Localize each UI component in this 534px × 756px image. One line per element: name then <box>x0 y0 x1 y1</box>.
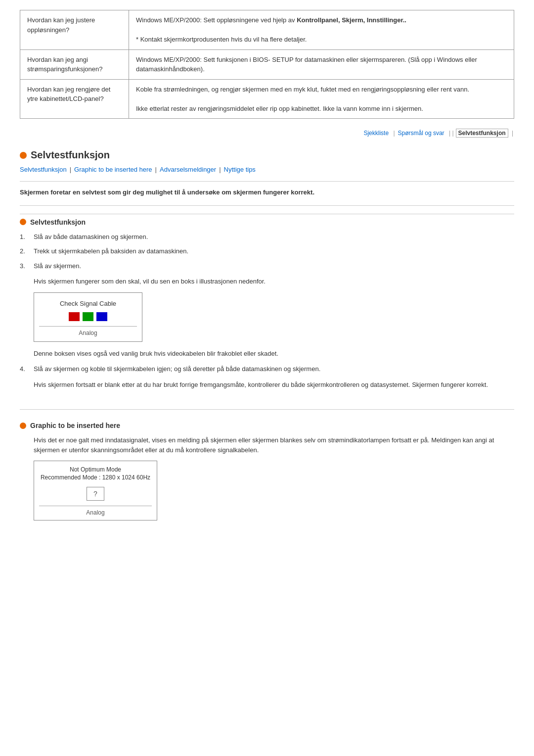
breadcrumb-separator-3: | <box>219 166 221 173</box>
optimum-box: Not Optimum Mode Recommended Mode : 1280… <box>34 461 157 520</box>
main-section-title: Selvtestfunksjon <box>31 149 110 161</box>
step-3: 3. Slå av skjermen. <box>20 261 514 271</box>
nav-selvtest-active: Selvtestfunksjon <box>456 129 508 138</box>
steps-list: 1. Slå av både datamaskinen og skjermen.… <box>20 232 514 271</box>
after-steps-text: Hvis skjermen fungerer som den skal, vil… <box>34 277 514 286</box>
after-box-text: Denne boksen vises også ved vanlig bruk … <box>34 349 514 359</box>
sub-section-2: Graphic to be inserted here Hvis det er … <box>20 418 514 531</box>
breadcrumb-advarsel[interactable]: Advarselsmeldinger <box>160 166 216 173</box>
step-num-3: 3. <box>20 261 34 271</box>
color-block-red <box>69 312 80 321</box>
optimum-box-subtitle: Recommended Mode : 1280 x 1024 60Hz <box>39 474 152 481</box>
bold-answer-text: Kontrollpanel, Skjerm, Innstillinger.. <box>297 16 406 24</box>
nav-separator-1: | <box>392 130 395 137</box>
step-num-4: 4. <box>20 364 34 374</box>
signal-box: Check Signal Cable Analog <box>34 292 142 342</box>
sub-section-2-heading: Graphic to be inserted here <box>20 422 514 429</box>
step-text-2: Trekk ut skjermkabelen på baksiden av da… <box>34 246 514 256</box>
sub-section-2-intro: Hvis det er noe galt med inndatasignalet… <box>34 435 514 455</box>
step-num-1: 1. <box>20 232 34 242</box>
sub-section-1-heading: Selvtestfunksjon <box>20 218 514 226</box>
intro-text: Skjermen foretar en selvtest som gir deg… <box>20 188 514 197</box>
signal-box-title: Check Signal Cable <box>39 300 137 307</box>
top-divider <box>20 181 514 182</box>
divider-2 <box>20 205 514 206</box>
step-text-4: Slå av skjermen og koble til skjermkabel… <box>34 364 514 374</box>
breadcrumb-nyttige[interactable]: Nyttige tips <box>224 166 256 173</box>
optimum-box-label: Analog <box>39 506 152 516</box>
nav-separator-2: | | <box>447 130 454 137</box>
orange-dot-icon <box>20 152 27 159</box>
color-block-blue <box>96 312 107 321</box>
breadcrumb-selvtest[interactable]: Selvtestfunksjon <box>20 166 67 173</box>
color-blocks <box>39 312 137 321</box>
step-1: 1. Slå av både datamaskinen og skjermen. <box>20 232 514 242</box>
divider-3 <box>20 409 514 410</box>
after-step4-text: Hvis skjermen fortsatt er blank etter at… <box>34 380 514 390</box>
sub-orange-dot-2 <box>20 423 26 429</box>
breadcrumb-separator-1: | <box>70 166 71 173</box>
faq-row-2: Hvordan kan jeg angi strømsparingsfunksj… <box>20 49 514 79</box>
faq-table: Hvordan kan jeg justere oppløsningen? Wi… <box>20 10 514 119</box>
breadcrumb-separator-2: | <box>155 166 157 173</box>
question-box: ? <box>87 487 104 501</box>
navigation-bar: Sjekkliste | Spørsmål og svar | | Selvte… <box>20 129 514 138</box>
main-section-heading: Selvtestfunksjon <box>20 149 514 161</box>
faq-question-1: Hvordan kan jeg justere oppløsningen? <box>20 10 129 50</box>
step-text-3: Slå av skjermen. <box>34 261 514 271</box>
breadcrumb-graphic[interactable]: Graphic to be inserted here <box>74 166 152 173</box>
step-num-2: 2. <box>20 246 34 256</box>
breadcrumb-links: Selvtestfunksjon | Graphic to be inserte… <box>20 166 514 173</box>
optimum-box-title: Not Optimum Mode <box>39 466 152 473</box>
signal-box-wrapper: Check Signal Cable Analog <box>34 292 514 342</box>
sub-section-2-title: Graphic to be inserted here <box>30 422 120 429</box>
steps-list-4: 4. Slå av skjermen og koble til skjermka… <box>20 364 514 374</box>
faq-question-3: Hvordan kan jeg rengjøre det ytre kabine… <box>20 79 129 119</box>
faq-question-2: Hvordan kan jeg angi strømsparingsfunksj… <box>20 49 129 79</box>
nav-sjekkliste[interactable]: Sjekkliste <box>363 130 389 137</box>
nav-separator-3: | <box>510 130 513 137</box>
faq-row-1: Hvordan kan jeg justere oppløsningen? Wi… <box>20 10 514 50</box>
optimum-box-wrapper: Not Optimum Mode Recommended Mode : 1280… <box>34 461 514 520</box>
faq-answer-2: Windows ME/XP/2000: Sett funksjonen i BI… <box>129 49 514 79</box>
faq-answer-3: Koble fra strømledningen, og rengjør skj… <box>129 79 514 119</box>
question-char: ? <box>93 490 97 498</box>
sub-section-1: Selvtestfunksjon 1. Slå av både datamask… <box>20 214 514 400</box>
faq-answer-1: Windows ME/XP/2000: Sett oppløsningene v… <box>129 10 514 50</box>
step-text-1: Slå av både datamaskinen og skjermen. <box>34 232 514 242</box>
nav-sporsmaal[interactable]: Spørsmål og svar <box>398 130 445 137</box>
signal-box-label: Analog <box>39 326 137 336</box>
sub-orange-dot-1 <box>20 219 26 225</box>
sub-section-1-title: Selvtestfunksjon <box>30 218 86 226</box>
step-2: 2. Trekk ut skjermkabelen på baksiden av… <box>20 246 514 256</box>
faq-row-3: Hvordan kan jeg rengjøre det ytre kabine… <box>20 79 514 119</box>
step-4: 4. Slå av skjermen og koble til skjermka… <box>20 364 514 374</box>
color-block-green <box>83 312 93 321</box>
